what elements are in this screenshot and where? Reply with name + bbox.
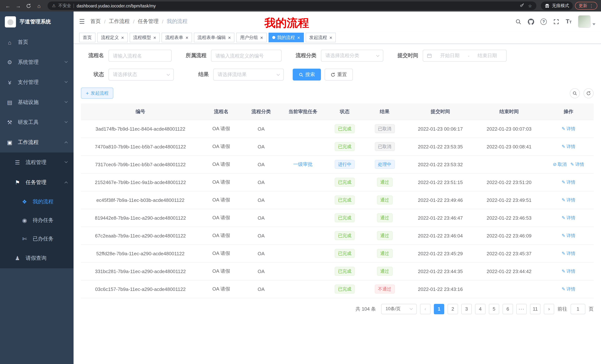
detail-action-link[interactable]: ✎详情 [562,144,575,150]
tab-发起流程[interactable]: 发起流程× [306,33,336,42]
sidebar-item-todo-tasks[interactable]: ◉ 待办任务 [0,211,74,230]
detail-action-link[interactable]: ✎详情 [562,268,575,274]
cell-operations: ✎详情 [543,191,594,209]
detail-action-link[interactable]: ✎详情 [570,161,584,168]
detail-icon: ✎ [562,126,565,131]
sidebar-item-dev-tools[interactable]: ⚒ 研发工具 [0,112,74,133]
browser-home-button[interactable]: ⌂ [35,2,43,10]
update-button[interactable]: 更新 ⋮ [575,2,597,10]
detail-action-link[interactable]: ✎详情 [562,250,575,257]
password-key-icon[interactable] [520,3,524,9]
cell-operations: ✎详情 [543,227,594,245]
detail-action-link[interactable]: ✎详情 [562,179,575,185]
page-size-select[interactable]: 10条/页 [381,304,417,314]
browser-forward-button[interactable]: → [14,2,22,10]
sidebar-item-payment-management[interactable]: ¥ 支付管理 [0,72,74,92]
user-menu[interactable] [578,15,595,28]
sidebar-item-home[interactable]: ⌂ 首页 [0,32,74,52]
reset-button[interactable]: 重置 [325,69,353,80]
detail-action-link[interactable]: ✎详情 [562,232,575,239]
fullscreen-icon[interactable] [553,18,559,25]
cell-process-name: OA 请假 [200,227,242,245]
next-page-button[interactable]: › [544,304,554,314]
cell-operations: ✎详情 [543,262,594,280]
tab-我的流程[interactable]: 我的流程× [269,33,304,42]
parent-process-input[interactable] [211,50,281,62]
submit-time: 2022-01-22 23:46:04 [418,233,463,238]
tab-流程定义[interactable]: 流程定义× [97,33,128,42]
table-row: 67c2eaab-7b9a-11ec-a290-acde48001122OA 请… [81,227,594,245]
detail-action-link[interactable]: ✎详情 [562,126,575,132]
sidebar-item-task-management[interactable]: ⚑ 任务管理 [0,172,74,192]
sidebar-item-my-process[interactable]: ❖ 我的流程 [0,192,74,211]
page-button-6[interactable]: 6 [502,304,513,314]
breadcrumb-task-management[interactable]: 任务管理 [138,18,159,25]
detail-action-link[interactable]: ✎详情 [562,215,575,221]
sidebar-item-process-management[interactable]: ☰ 流程管理 [0,153,74,172]
page-button-4[interactable]: 4 [475,304,485,314]
page-button-5[interactable]: 5 [489,304,499,314]
cell-operations: ✎详情 [543,138,594,155]
help-icon[interactable]: ? [541,18,547,25]
tab-用户分组[interactable]: 用户分组× [236,33,267,42]
sidebar-item-done-tasks[interactable]: ✄ 已办任务 [0,230,74,248]
tab-流程模型[interactable]: 流程模型× [130,33,160,42]
tab-close-icon[interactable]: × [121,35,124,40]
action-label: 取消 [558,161,567,168]
search-button[interactable]: 搜索 [293,69,321,80]
breadcrumb-separator: / [104,19,106,25]
tab-close-icon[interactable]: × [329,35,332,40]
cell-end-time [475,280,543,298]
tab-流程表单-编辑[interactable]: 流程表单-编辑× [194,33,235,42]
tab-首页[interactable]: 首页 [79,33,95,42]
search-icon[interactable] [515,18,521,25]
tab-流程表单[interactable]: 流程表单× [161,33,192,42]
hamburger-icon[interactable]: ☰ [79,18,85,25]
column-header: 提交时间 [406,104,475,120]
sidebar-item-system-management[interactable]: ⚙ 系统管理 [0,52,74,72]
show-search-button[interactable] [570,88,580,98]
create-process-label: 发起流程 [91,90,109,96]
detail-action-link[interactable]: ✎详情 [562,286,575,292]
page-button-1[interactable]: 1 [434,304,444,314]
cell-process-category: OA [242,120,280,138]
page-button-11[interactable]: 11 [530,304,541,314]
create-process-button[interactable]: + 发起流程 [81,87,113,99]
browser-menu-icon[interactable]: ⋮ [589,3,594,8]
page-button-3[interactable]: 3 [461,304,472,314]
page-button-2[interactable]: 2 [448,304,458,314]
tab-close-icon[interactable]: × [153,35,156,40]
status-select[interactable]: 请选择状态 [109,69,174,80]
browser-reload-button[interactable] [25,2,33,10]
submit-time-range-picker[interactable]: 开始日期 - 结束日期 [423,50,507,62]
tab-label: 发起流程 [309,34,327,41]
sidebar-item-workflow[interactable]: ▣ 工作流程 [0,133,74,153]
breadcrumb-home[interactable]: 首页 [90,18,101,25]
cancel-action-link[interactable]: ⊘取消 [553,161,567,168]
goto-page-input[interactable] [571,304,585,314]
sidebar-item-infrastructure[interactable]: ▤ 基础设施 [0,92,74,112]
category-select[interactable]: 请选择流程分类 [321,50,383,62]
refresh-table-button[interactable] [583,88,594,98]
breadcrumb-workflow[interactable]: 工作流程 [109,18,130,25]
sidebar-item-leave-query[interactable]: ♟ 请假查询 [0,248,74,268]
cell-result: 通过 [363,245,406,262]
detail-action-link[interactable]: ✎详情 [562,197,575,203]
prev-page-button[interactable]: ‹ [420,304,431,314]
current-task-link[interactable]: 一级审批 [293,161,312,167]
tab-close-icon[interactable]: × [297,35,300,40]
font-size-icon[interactable]: TT [566,19,572,25]
browser-back-button[interactable]: ← [4,2,12,10]
process-name-input[interactable] [109,50,172,62]
tab-close-icon[interactable]: × [260,35,263,40]
cell-current-task [280,120,326,138]
tab-close-icon[interactable]: × [185,35,188,40]
address-bar[interactable]: ⚠ 不安全 dashboard.yudao.iocoder.cn/bpm/tas… [48,1,536,10]
pager-ellipsis[interactable]: ··· [516,304,527,314]
github-icon[interactable] [528,18,534,25]
cell-submit-time: 2022-01-22 23:44:35 [406,262,475,280]
avatar[interactable] [578,15,591,28]
tab-close-icon[interactable]: × [228,35,231,40]
result-select[interactable]: 请选择流结果 [213,69,284,80]
bookmark-star-icon[interactable]: ☆ [528,3,532,8]
